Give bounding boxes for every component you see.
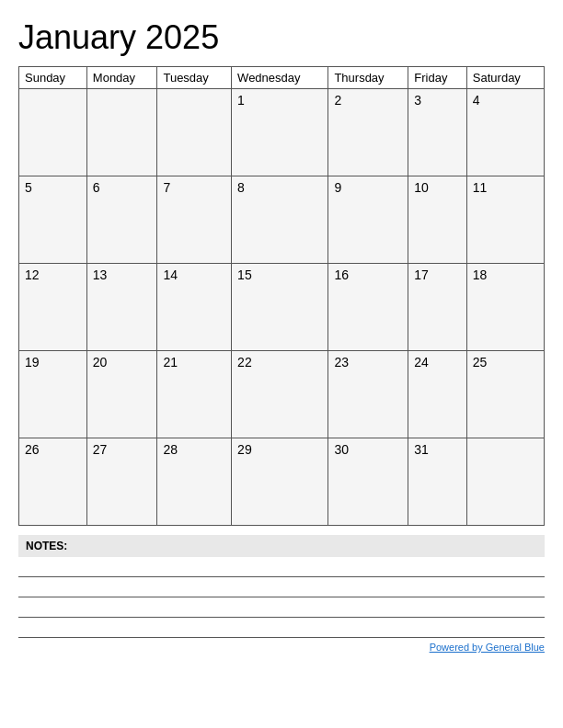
day-number: 28 xyxy=(163,442,225,457)
calendar-cell: 29 xyxy=(232,438,328,526)
calendar-cell: 15 xyxy=(232,264,328,351)
calendar-cell: 27 xyxy=(86,438,157,526)
day-number: 25 xyxy=(473,355,538,370)
day-number: 8 xyxy=(237,180,322,195)
week-row-1: 1234 xyxy=(19,89,545,176)
day-number: 11 xyxy=(473,180,538,195)
calendar-cell: 1 xyxy=(232,89,328,176)
day-number: 13 xyxy=(93,267,152,282)
calendar-cell: 25 xyxy=(466,351,544,438)
notes-line-2 xyxy=(18,577,545,597)
header-monday: Monday xyxy=(86,67,157,89)
calendar-cell xyxy=(86,89,157,176)
day-number: 18 xyxy=(473,267,538,282)
day-number: 23 xyxy=(334,355,402,370)
day-number: 22 xyxy=(237,355,322,370)
day-number: 31 xyxy=(414,442,461,457)
header-saturday: Saturday xyxy=(466,67,544,89)
day-number: 12 xyxy=(25,267,81,282)
calendar-cell: 18 xyxy=(466,264,544,351)
day-number: 19 xyxy=(25,355,81,370)
calendar-cell: 12 xyxy=(19,264,87,351)
header-row: SundayMondayTuesdayWednesdayThursdayFrid… xyxy=(19,67,545,89)
day-number: 9 xyxy=(334,180,402,195)
day-number: 17 xyxy=(414,267,461,282)
calendar-cell: 11 xyxy=(466,176,544,264)
day-number: 27 xyxy=(93,442,152,457)
month-title: January 2025 xyxy=(18,18,545,57)
calendar-cell: 3 xyxy=(408,89,467,176)
day-number: 16 xyxy=(334,267,402,282)
day-number: 20 xyxy=(93,355,152,370)
calendar-cell: 9 xyxy=(328,176,408,264)
calendar-cell: 6 xyxy=(86,176,157,264)
calendar-cell: 13 xyxy=(86,264,157,351)
calendar-cell: 21 xyxy=(157,351,232,438)
calendar-cell: 20 xyxy=(86,351,157,438)
calendar-cell xyxy=(19,89,87,176)
day-number: 26 xyxy=(25,442,81,457)
day-number: 10 xyxy=(414,180,461,195)
week-row-2: 567891011 xyxy=(19,176,545,264)
calendar-cell: 22 xyxy=(232,351,328,438)
day-number: 7 xyxy=(163,180,225,195)
header-tuesday: Tuesday xyxy=(157,67,232,89)
calendar-cell: 4 xyxy=(466,89,544,176)
calendar-cell: 26 xyxy=(19,438,87,526)
notes-line-1 xyxy=(18,557,545,577)
calendar-cell xyxy=(466,438,544,526)
day-number: 21 xyxy=(163,355,225,370)
calendar-cell: 17 xyxy=(408,264,467,351)
day-number: 14 xyxy=(163,267,225,282)
footer-link[interactable]: Powered by General Blue xyxy=(430,642,545,653)
calendar-cell: 7 xyxy=(157,176,232,264)
footer: Powered by General Blue xyxy=(18,642,545,653)
header-thursday: Thursday xyxy=(328,67,408,89)
day-number: 15 xyxy=(237,267,322,282)
week-row-5: 262728293031 xyxy=(19,438,545,526)
day-number: 30 xyxy=(334,442,402,457)
calendar-cell: 28 xyxy=(157,438,232,526)
week-row-4: 19202122232425 xyxy=(19,351,545,438)
calendar-body: 1234567891011121314151617181920212223242… xyxy=(19,89,545,526)
calendar-cell xyxy=(157,89,232,176)
calendar-table: SundayMondayTuesdayWednesdayThursdayFrid… xyxy=(18,66,545,526)
notes-section: NOTES: xyxy=(18,535,545,638)
week-row-3: 12131415161718 xyxy=(19,264,545,351)
header-wednesday: Wednesday xyxy=(232,67,328,89)
calendar-cell: 30 xyxy=(328,438,408,526)
calendar-cell: 23 xyxy=(328,351,408,438)
calendar-cell: 2 xyxy=(328,89,408,176)
day-number: 5 xyxy=(25,180,81,195)
calendar-cell: 14 xyxy=(157,264,232,351)
calendar-cell: 5 xyxy=(19,176,87,264)
day-number: 4 xyxy=(473,93,538,108)
calendar-cell: 8 xyxy=(232,176,328,264)
calendar-cell: 10 xyxy=(408,176,467,264)
notes-line-4 xyxy=(18,618,545,638)
calendar-cell: 31 xyxy=(408,438,467,526)
day-number: 2 xyxy=(334,93,402,108)
day-number: 3 xyxy=(414,93,461,108)
day-number: 29 xyxy=(237,442,322,457)
header-sunday: Sunday xyxy=(19,67,87,89)
notes-line-3 xyxy=(18,597,545,618)
header-friday: Friday xyxy=(408,67,467,89)
calendar-cell: 16 xyxy=(328,264,408,351)
day-number: 6 xyxy=(93,180,152,195)
day-number: 1 xyxy=(237,93,322,108)
calendar-cell: 19 xyxy=(19,351,87,438)
day-number: 24 xyxy=(414,355,461,370)
notes-label: NOTES: xyxy=(18,535,545,557)
calendar-cell: 24 xyxy=(408,351,467,438)
